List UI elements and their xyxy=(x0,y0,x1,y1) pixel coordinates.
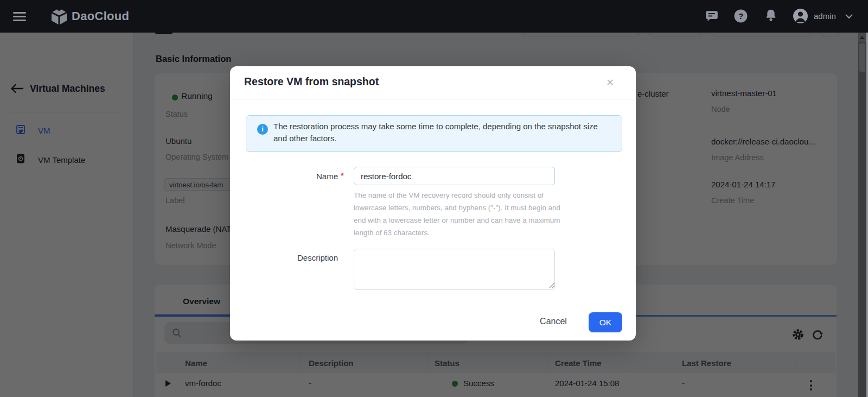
ok-button[interactable]: OK xyxy=(589,312,622,332)
required-asterisk: * xyxy=(341,171,344,180)
help-icon[interactable]: ? xyxy=(733,9,748,23)
modal-title: Restore VM from snapshot xyxy=(244,75,379,88)
user-avatar[interactable] xyxy=(793,8,808,24)
name-field-label: Name xyxy=(250,172,338,181)
info-icon: i xyxy=(257,124,268,135)
brand-name[interactable]: DaoCloud xyxy=(72,9,129,23)
chevron-down-icon[interactable] xyxy=(845,14,853,19)
username-label[interactable]: admin xyxy=(814,11,836,21)
description-textarea[interactable] xyxy=(354,249,555,290)
svg-text:?: ? xyxy=(738,11,743,21)
top-header: DaoCloud ? admin xyxy=(0,0,868,33)
notifications-bell-icon[interactable] xyxy=(764,8,778,23)
info-alert-text: The restoration process may take some ti… xyxy=(273,121,599,144)
messages-icon[interactable] xyxy=(705,9,719,23)
modal-footer-divider xyxy=(230,306,636,306)
app-root: Virtual Machines VM VM Template Basic In… xyxy=(0,0,868,397)
name-input[interactable] xyxy=(354,167,555,185)
modal-header-divider xyxy=(230,99,636,99)
restore-vm-modal: Restore VM from snapshot ✕ i The restora… xyxy=(230,66,636,341)
textarea-resize-handle[interactable] xyxy=(548,281,556,289)
name-help-text: The name of the VM recovery record shoul… xyxy=(354,189,570,239)
info-alert: i The restoration process may take some … xyxy=(246,115,622,152)
scrollbar-thumb[interactable] xyxy=(859,43,865,72)
vertical-scrollbar[interactable] xyxy=(858,33,866,397)
hamburger-menu-icon[interactable] xyxy=(13,12,27,22)
description-field-label: Description xyxy=(250,253,338,262)
scroll-up-arrow-icon xyxy=(860,36,864,39)
scrollbar-up-button[interactable] xyxy=(858,33,866,42)
close-icon[interactable]: ✕ xyxy=(606,77,614,89)
daocloud-logo-icon[interactable] xyxy=(50,7,68,26)
cancel-button[interactable]: Cancel xyxy=(534,314,572,329)
